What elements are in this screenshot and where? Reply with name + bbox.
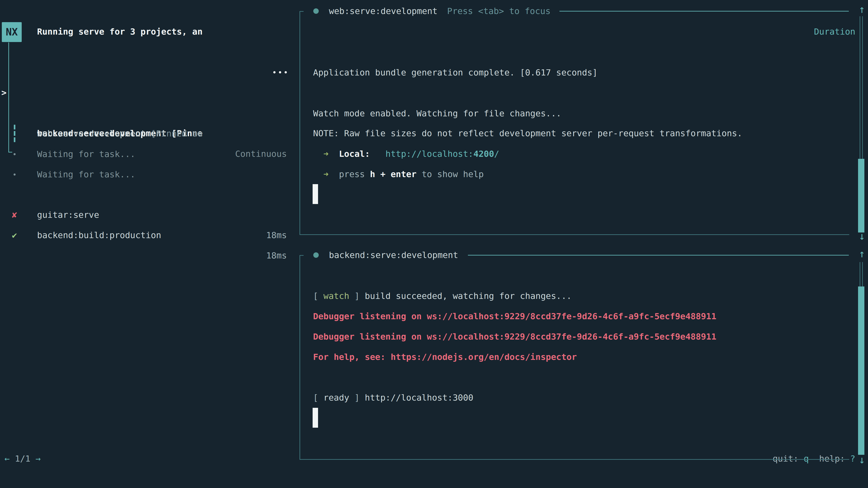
log-line-watch-mode: Watch mode enabled. Watching for file ch… (313, 103, 561, 124)
localhost-4200-link[interactable]: http://localhost:4200/ (385, 149, 499, 159)
running-dots-icon (273, 62, 287, 83)
help-keybind: h + enter (370, 169, 416, 179)
log-line-local-url: ➜ Local: http://localhost:4200/ (313, 144, 499, 164)
local-label: Local: (339, 149, 370, 159)
pane-status-dot-icon (313, 252, 319, 258)
ready-tag: ready (323, 393, 349, 402)
nx-tui-screen: NX Running serve for 3 projects, an Dura… (0, 0, 868, 488)
pane-border-left (300, 11, 300, 235)
help-label: help: (809, 454, 850, 464)
terminal-cursor (313, 184, 318, 204)
pane-status-dot-icon (313, 8, 319, 14)
arrow-icon: ➜ (313, 149, 339, 159)
scroll-down-icon[interactable]: ↓ (855, 229, 868, 243)
duration-column-header: Duration (814, 22, 855, 42)
task-name: backend:build:production (37, 225, 161, 246)
pane-border-bottom (300, 459, 849, 460)
scrollbar-thumb[interactable] (858, 159, 864, 232)
pagination: ← 1/1 → (4, 449, 41, 469)
task-duration: Continuous (235, 144, 287, 164)
localhost-3000-link[interactable]: http://localhost:3000 (365, 393, 473, 402)
pane-header-rule (559, 11, 849, 11)
watch-tag: watch (323, 291, 349, 301)
scrollbar-thumb[interactable] (858, 287, 864, 455)
log-line-inspector-help: For help, see: https://nodejs.org/en/doc… (313, 347, 577, 367)
log-line-debugger-2: Debugger listening on ws://localhost:922… (313, 326, 716, 347)
task-name: Waiting for task... (37, 144, 135, 164)
keybind-hints: quit: q help: ? (773, 449, 855, 469)
task-row-guitar-serve[interactable]: ✘ guitar:serve 18ms (0, 164, 300, 184)
sidebar-title: Running serve for 3 projects, an (37, 22, 203, 42)
quit-label: quit: (773, 454, 804, 464)
pane-title: backend:serve:development (329, 245, 458, 265)
pane-border-left (300, 255, 300, 460)
task-row-web-serve[interactable]: web:serve:development [Pinned ou Continu… (0, 83, 300, 103)
pane-title: web:serve:development (329, 1, 437, 21)
log-line-watch-succeeded: [ watch ] build succeeded, watching for … (313, 286, 572, 306)
task-row-waiting-1: Waiting for task... (0, 103, 300, 124)
terminal-cursor (313, 408, 318, 428)
scrollbar-track[interactable] (860, 16, 863, 159)
page-indicator: 1/1 (15, 454, 31, 464)
arrow-icon: ➜ (313, 169, 339, 179)
log-line-debugger-1: Debugger listening on ws://localhost:922… (313, 306, 716, 326)
scrollbar-track[interactable] (860, 262, 863, 287)
log-line-ready: [ ready ] http://localhost:3000 (313, 387, 473, 408)
help-key: ? (850, 454, 855, 464)
log-line-bundle-complete: Application bundle generation complete. … (313, 62, 597, 83)
focus-hint: Press <tab> to focus (447, 1, 551, 21)
task-duration: 18ms (266, 246, 287, 266)
quit-key: q (804, 454, 809, 464)
pane-border-bottom (300, 234, 849, 235)
log-line-note: NOTE: Raw file sizes do not reflect deve… (313, 123, 742, 143)
task-duration: 18ms (266, 225, 287, 246)
next-page-arrow-icon[interactable]: → (35, 454, 41, 464)
task-row-waiting-2: Waiting for task... (0, 124, 300, 144)
task-name: guitar:serve (37, 205, 99, 225)
scroll-up-icon[interactable]: ↑ (855, 246, 868, 261)
page-indicator (10, 454, 15, 464)
scroll-down-icon[interactable]: ↓ (855, 452, 868, 467)
prev-page-arrow-icon[interactable]: ← (4, 454, 10, 464)
log-line-help-hint: ➜ press h + enter to show help (313, 164, 484, 184)
pane-header-rule (468, 255, 849, 256)
task-row-backend-build[interactable]: ✔ backend:build:production 18ms (0, 184, 300, 205)
task-row-backend-serve[interactable]: > backend:serve:development [Pinne (0, 62, 300, 83)
success-check-icon: ✔ (9, 225, 20, 246)
scroll-up-icon[interactable]: ↑ (855, 2, 868, 17)
nx-logo: NX (2, 22, 22, 42)
